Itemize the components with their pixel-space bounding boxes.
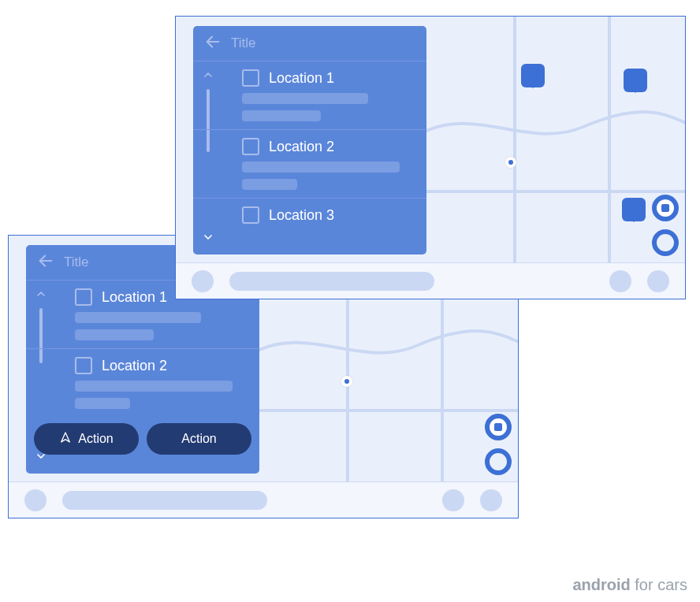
chevron-down-icon[interactable]	[35, 450, 47, 466]
placeholder-line	[242, 93, 368, 104]
nav-pill[interactable]	[229, 272, 434, 291]
action-button-secondary[interactable]: Action	[147, 423, 251, 455]
watermark-brand: android	[572, 576, 630, 593]
nav-status-icon[interactable]	[609, 270, 631, 292]
list-item[interactable]: Location 1	[193, 61, 426, 129]
nav-status-icon[interactable]	[442, 489, 464, 511]
checkbox-icon[interactable]	[242, 69, 259, 87]
fab-recenter-button[interactable]	[485, 448, 512, 475]
list-item[interactable]: Location 3	[193, 198, 426, 232]
fab-stop-button[interactable]	[652, 195, 679, 221]
nav-app-icon[interactable]	[192, 270, 214, 292]
action-button-label: Action	[78, 432, 113, 446]
checkbox-icon[interactable]	[242, 138, 259, 155]
action-strip: Action Action	[26, 417, 259, 461]
side-panel: Title Location 1	[193, 26, 426, 255]
fab-recenter-button[interactable]	[652, 229, 679, 256]
list-item-label: Location 3	[269, 207, 334, 224]
map-pin-icon[interactable]	[622, 198, 646, 221]
checkbox-icon[interactable]	[242, 206, 259, 224]
bottom-nav-bar	[176, 262, 685, 299]
placeholder-line	[75, 312, 201, 323]
nav-status-icon[interactable]	[480, 489, 502, 511]
checkbox-icon[interactable]	[75, 288, 92, 306]
watermark: android for cars	[572, 576, 687, 594]
fab-stop-button[interactable]	[485, 414, 512, 440]
placeholder-line	[75, 398, 130, 409]
back-arrow-icon[interactable]	[37, 252, 54, 273]
nav-pill[interactable]	[62, 491, 267, 510]
list-item[interactable]: Location 2	[26, 348, 259, 417]
bottom-nav-bar	[9, 481, 518, 518]
map-surface[interactable]	[426, 17, 685, 262]
panel-title: Title	[231, 35, 256, 51]
back-arrow-icon[interactable]	[204, 33, 222, 54]
current-location-dot-icon	[341, 376, 352, 387]
list-item-label: Location 1	[102, 289, 167, 306]
action-button-label: Action	[181, 432, 216, 446]
list-item[interactable]: Location 2	[193, 129, 426, 198]
list-item-label: Location 1	[269, 70, 334, 87]
nav-app-icon[interactable]	[24, 489, 47, 511]
placeholder-line	[75, 381, 233, 392]
action-button-primary[interactable]: Action	[34, 423, 139, 455]
navigation-icon	[59, 431, 72, 447]
list-item-label: Location 2	[102, 358, 167, 374]
placeholder-line	[75, 329, 154, 340]
checkbox-icon[interactable]	[75, 357, 92, 374]
panel-title: Title	[64, 255, 89, 270]
nav-status-icon[interactable]	[647, 270, 669, 292]
map-pin-icon[interactable]	[624, 69, 647, 92]
mockup-list-only: Title Location 1	[175, 16, 686, 299]
placeholder-line	[242, 162, 400, 173]
current-location-dot-icon	[505, 157, 516, 168]
chevron-down-icon[interactable]	[202, 231, 214, 247]
map-pin-icon[interactable]	[521, 64, 545, 87]
placeholder-line	[242, 179, 297, 190]
watermark-suffix: for cars	[631, 576, 687, 593]
placeholder-line	[242, 110, 321, 121]
list-item-label: Location 2	[269, 139, 334, 155]
